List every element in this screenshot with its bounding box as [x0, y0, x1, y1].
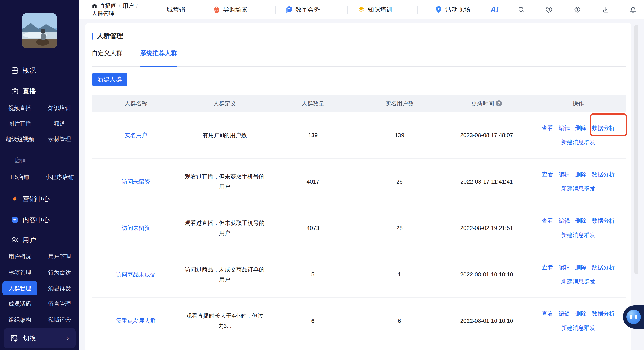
settings-icon[interactable] [573, 0, 582, 19]
row-actions: 查看 编辑 删除 数据分析 新建消息群发 [530, 264, 626, 285]
sidebar-sub-short-video[interactable]: 超级短视频 [0, 135, 40, 143]
avatar[interactable] [22, 13, 57, 48]
breadcrumb-item-user[interactable]: 用户 [122, 2, 134, 10]
top-nav-shopping-guide[interactable]: 导购场景 [212, 0, 248, 19]
view-link[interactable]: 查看 [542, 264, 553, 271]
sidebar-sub-member-qrcode[interactable]: 成员活码 [0, 300, 40, 308]
sidebar-sub-knowledge[interactable]: 知识培训 [40, 104, 79, 112]
new-message-broadcast-link[interactable]: 新建消息群发 [561, 185, 595, 193]
delete-link[interactable]: 删除 [575, 264, 586, 271]
edit-link[interactable]: 编辑 [558, 264, 570, 271]
view-link[interactable]: 查看 [542, 171, 553, 178]
sidebar-item-user[interactable]: 用户 [0, 235, 79, 245]
sidebar-sub-message-broadcast[interactable]: 消息群发 [40, 285, 79, 292]
sidebar-item-content[interactable]: 内容中心 [0, 215, 79, 225]
bell-icon[interactable] [629, 0, 638, 19]
sidebar-section-shop: 店铺 [14, 157, 26, 164]
delete-link[interactable]: 删除 [575, 310, 586, 318]
search-icon[interactable] [517, 0, 526, 19]
view-link[interactable]: 查看 [542, 310, 553, 318]
data-analysis-link[interactable]: 数据分析 [592, 264, 615, 271]
assistant-floating-button[interactable] [623, 305, 644, 329]
sidebar-sub-video-live[interactable]: 视频直播 [0, 104, 40, 112]
sidebar-item-label: 直播 [22, 87, 36, 96]
sidebar-sub-tag-mgmt[interactable]: 标签管理 [0, 269, 40, 276]
column-header-label: 更新时间 [471, 100, 494, 107]
delete-link[interactable]: 删除 [575, 171, 586, 178]
breadcrumb: 直播间 / 用户 / 人群管理 [92, 2, 170, 17]
sidebar-item-overview[interactable]: 概况 [0, 65, 79, 76]
sidebar: 概况 直播 视频直播 知识培训 图片直播 频道 超级短视频 素材管理 店铺 H5… [0, 0, 79, 350]
help-icon[interactable] [545, 0, 554, 19]
app-root: 概况 直播 视频直播 知识培训 图片直播 频道 超级短视频 素材管理 店铺 H5… [0, 0, 644, 350]
new-message-broadcast-link[interactable]: 新建消息群发 [561, 278, 595, 285]
sidebar-subrow: 视频直播 知识培训 [0, 100, 79, 116]
top-nav-label: 知识培训 [368, 5, 392, 14]
data-analysis-link[interactable]: 数据分析 [592, 171, 615, 178]
sidebar-sub-user-mgmt[interactable]: 用户管理 [40, 253, 79, 260]
top-nav-digital-conference[interactable]: 数字会务 [285, 0, 320, 19]
sidebar-sub-image-live[interactable]: 图片直播 [0, 120, 40, 127]
sidebar-item-live[interactable]: 直播 [0, 86, 79, 96]
sidebar-sub-material[interactable]: 素材管理 [40, 135, 79, 143]
realname-count: 28 [356, 225, 443, 232]
sidebar-item-label: 营销中心 [22, 195, 50, 203]
view-link[interactable]: 查看 [542, 124, 553, 132]
vertical-scrollbar[interactable] [634, 24, 638, 274]
sidebar-subrow: H5店铺 小程序店铺 [0, 169, 79, 185]
tab-system-recommended-audience[interactable]: 系统推荐人群 [140, 49, 177, 57]
audience-name-link[interactable]: 访问商品未成交 [92, 271, 180, 278]
edit-link[interactable]: 编辑 [558, 124, 570, 132]
sidebar-sub-behavior-radar[interactable]: 行为雷达 [40, 269, 79, 276]
audience-name-link[interactable]: 访问未留资 [92, 224, 180, 232]
divider [203, 6, 203, 13]
table-row: 需重点发展人群 观看直播时长大于4小时，但过去3... 6 6 2022-08-… [92, 298, 626, 344]
sidebar-sub-h5-shop[interactable]: H5店铺 [0, 173, 40, 181]
top-nav-domain-marketing[interactable]: 域营销 [166, 0, 185, 19]
delete-link[interactable]: 删除 [575, 217, 586, 225]
sidebar-sub-message-mgmt[interactable]: 留言管理 [40, 300, 79, 308]
edit-link[interactable]: 编辑 [558, 217, 570, 225]
switch-button[interactable]: 切换 › [4, 328, 76, 349]
sidebar-sub-user-overview[interactable]: 用户概况 [0, 253, 40, 260]
audience-count: 4073 [270, 225, 356, 232]
audience-definition: 访问过商品，未成交商品订单的用户 [180, 264, 270, 285]
edit-link[interactable]: 编辑 [558, 171, 570, 178]
data-analysis-link[interactable]: 数据分析 [592, 124, 615, 132]
row-actions: 查看 编辑 删除 数据分析 新建消息群发 [530, 171, 626, 193]
new-message-broadcast-link[interactable]: 新建消息群发 [561, 138, 595, 146]
delete-link[interactable]: 删除 [575, 124, 586, 132]
sidebar-sub-org-structure[interactable]: 组织架构 [0, 316, 40, 324]
new-audience-button[interactable]: 新建人群 [92, 73, 127, 86]
audience-name-link[interactable]: 实名用户 [92, 131, 180, 139]
data-analysis-link[interactable]: 数据分析 [592, 310, 615, 318]
tab-custom-audience[interactable]: 自定义人群 [92, 49, 122, 57]
top-nav-knowledge-training[interactable]: 知识培训 [357, 0, 392, 19]
audience-name-link[interactable]: 需重点发展人群 [92, 317, 180, 325]
content-card: 人群管理 自定义人群 系统推荐人群 新建人群 人群名称 人群定义 人群数量 实名… [86, 23, 631, 350]
edit-link[interactable]: 编辑 [558, 310, 570, 318]
top-nav-ai[interactable]: AI [490, 0, 499, 19]
updated-time: 2022-08-01 10:10:10 [443, 271, 530, 278]
download-icon[interactable] [602, 0, 610, 19]
sidebar-sub-private-ops[interactable]: 私域运营 [40, 316, 79, 324]
view-link[interactable]: 查看 [542, 217, 553, 225]
sidebar-item-marketing[interactable]: 营销中心 [0, 194, 79, 204]
question-circle-icon[interactable]: ? [496, 100, 502, 106]
new-message-broadcast-link[interactable]: 新建消息群发 [561, 324, 595, 332]
sidebar-sub-mini-shop[interactable]: 小程序店铺 [40, 173, 79, 181]
live-tv-icon [11, 87, 19, 95]
updated-time: 2022-08-02 19:21:51 [443, 225, 530, 232]
column-header-actions: 操作 [530, 100, 626, 107]
updated-time: 2022-08-01 10:10:10 [443, 318, 530, 324]
data-analysis-link[interactable]: 数据分析 [592, 217, 615, 225]
breadcrumb-item-live-room[interactable]: 直播间 [100, 2, 116, 10]
layers-icon [357, 6, 365, 13]
top-nav-event-scene[interactable]: 活动现场 [434, 0, 470, 19]
sidebar-sub-audience-mgmt-active[interactable]: 人群管理 [0, 281, 40, 296]
top-nav-label: 活动现场 [446, 5, 470, 14]
audience-name-link[interactable]: 访问未留资 [92, 178, 180, 186]
new-message-broadcast-link[interactable]: 新建消息群发 [561, 231, 595, 239]
top-nav-label: 数字会务 [296, 5, 320, 14]
sidebar-sub-channel[interactable]: 频道 [40, 120, 79, 127]
